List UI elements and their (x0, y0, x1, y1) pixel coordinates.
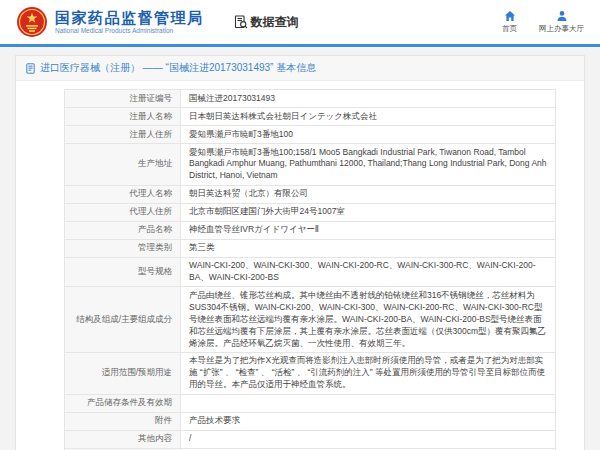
data-query-label: 数据查询 (251, 14, 299, 31)
field-row: 管理类别第三类 (65, 239, 556, 257)
document-icon (26, 63, 35, 74)
field-value (181, 394, 556, 412)
field-label: 型号规格 (65, 257, 181, 287)
registration-info-table: 注册证编号国械注进20173031493注册人名称日本朝日英达科株式会社朝日イン… (64, 89, 556, 450)
field-label: 产品名称 (65, 221, 181, 239)
field-label: 附件 (65, 412, 181, 430)
info-table-body: 注册证编号国械注进20173031493注册人名称日本朝日英达科株式会社朝日イン… (65, 90, 556, 450)
field-value: 神经血管导丝IVRガイドワイヤーⅡ (181, 221, 556, 239)
field-value: 第三类 (181, 239, 556, 257)
detail-panel: 进口医疗器械（注册） —— “国械注进20173031493” 基本信息 注册证… (15, 55, 585, 450)
field-label: 结构及组成/主要组成成分 (65, 287, 181, 352)
field-value: WAIN-CKI-200、WAIN-CKI-300、WAIN-CKI-200-R… (181, 257, 556, 287)
national-emblem-icon (16, 6, 48, 38)
site-header: 国家药品监督管理局 National Medical Products Admi… (0, 0, 600, 47)
page-title-text: 进口医疗器械（注册） —— “国械注进20173031493” 基本信息 (40, 61, 316, 75)
field-value: 愛知県瀬戸市暁町3番地100;158/1 Moo5 Bangkadi Indus… (181, 144, 556, 186)
field-label: 注册证编号 (65, 90, 181, 108)
field-value: 朝日英达科贸（北京）有限公司 (181, 185, 556, 203)
field-value: 产品由绕丝、锥形芯丝构成。其中绕丝由不透射线的铂铱绕丝和316不锈钢绕丝，芯丝材… (181, 287, 556, 352)
org-name-cn: 国家药品监督管理局 (55, 10, 204, 27)
document-search-icon (234, 15, 248, 29)
field-row: 产品名称神经血管导丝IVRガイドワイヤーⅡ (65, 221, 556, 239)
field-label: 其他内容 (65, 430, 181, 448)
field-value: 本导丝是为了把为作X光观查而将造影剂注入患部时所须使用的导管，或者是为了把为对患… (181, 352, 556, 394)
home-icon (504, 10, 516, 22)
field-row: 注册证编号国械注进20173031493 (65, 90, 556, 108)
field-label: 注册人住所 (65, 126, 181, 144)
field-value: / (181, 430, 556, 448)
field-value: 北京市朝阳区建国门外大街甲24号1007室 (181, 203, 556, 221)
org-name-en: National Medical Products Administration (55, 27, 204, 34)
field-row: 其他内容/ (65, 430, 556, 448)
page-title: 进口医疗器械（注册） —— “国械注进20173031493” 基本信息 (16, 56, 584, 81)
field-row: 附件产品技术要求 (65, 412, 556, 430)
field-row: 注册人住所愛知県瀬戸市暁町3番地100 (65, 126, 556, 144)
field-label: 代理人名称 (65, 185, 181, 203)
field-label: 适用范围/预期用途 (65, 352, 181, 394)
field-row: 结构及组成/主要组成成分产品由绕丝、锥形芯丝构成。其中绕丝由不透射线的铂铱绕丝和… (65, 287, 556, 352)
nav-data-query[interactable]: 数据查询 (234, 14, 299, 31)
nav-home-label: 首页 (502, 24, 517, 34)
field-row: 注册人名称日本朝日英达科株式会社朝日インテック株式会社 (65, 108, 556, 126)
user-icon (556, 10, 568, 22)
field-value: 愛知県瀬戸市暁町3番地100 (181, 126, 556, 144)
field-value: 国械注进20173031493 (181, 90, 556, 108)
field-value: 日本朝日英达科株式会社朝日インテック株式会社 (181, 108, 556, 126)
field-row: 适用范围/预期用途本导丝是为了把为作X光观查而将造影剂注入患部时所须使用的导管，… (65, 352, 556, 394)
field-row: 代理人住所北京市朝阳区建国门外大街甲24号1007室 (65, 203, 556, 221)
field-row: 代理人名称朝日英达科贸（北京）有限公司 (65, 185, 556, 203)
field-label: 注册人名称 (65, 108, 181, 126)
field-row: 产品储存条件及有效期 (65, 394, 556, 412)
field-label: 代理人住所 (65, 203, 181, 221)
field-label: 管理类别 (65, 239, 181, 257)
top-nav: 首页 网上办事大厅 (502, 10, 584, 34)
nav-service-hall-label: 网上办事大厅 (539, 24, 584, 34)
field-row: 生产地址愛知県瀬戸市暁町3番地100;158/1 Moo5 Bangkadi I… (65, 144, 556, 186)
field-label: 产品储存条件及有效期 (65, 394, 181, 412)
nmpa-logo[interactable]: 国家药品监督管理局 National Medical Products Admi… (16, 6, 204, 38)
nav-home[interactable]: 首页 (502, 10, 517, 34)
field-value: 产品技术要求 (181, 412, 556, 430)
field-row: 型号规格WAIN-CKI-200、WAIN-CKI-300、WAIN-CKI-2… (65, 257, 556, 287)
nav-service-hall[interactable]: 网上办事大厅 (539, 10, 584, 34)
field-label: 生产地址 (65, 144, 181, 186)
